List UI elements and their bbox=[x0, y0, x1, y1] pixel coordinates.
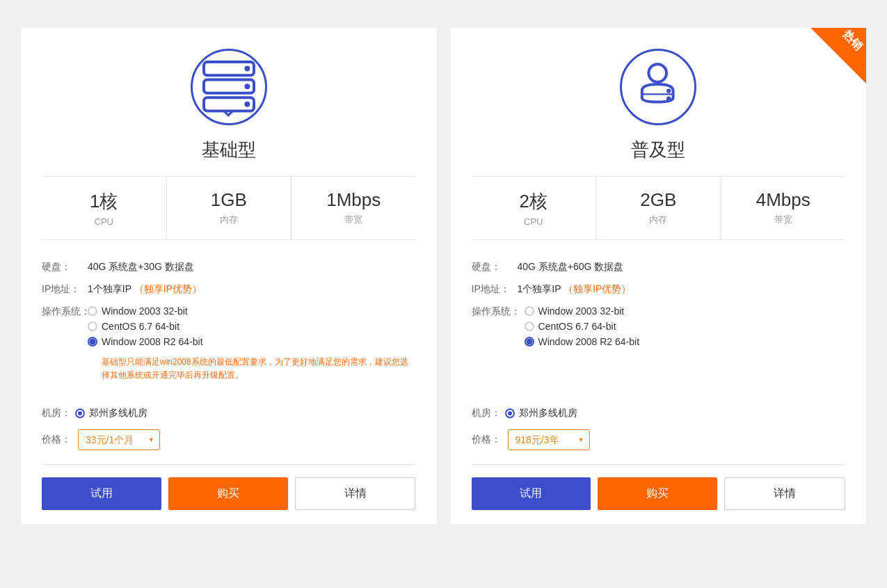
server-icon bbox=[193, 51, 265, 123]
spec-bw: 1Mbps 带宽 bbox=[291, 177, 416, 239]
price-row: 价格： 33元/1个月 99元/3个月 198元/6个月 360元/1年 bbox=[42, 429, 416, 450]
os-option-2-0-label: Window 2003 32-bit bbox=[538, 305, 625, 317]
radio-2-0 bbox=[525, 306, 534, 316]
spec-cpu-label: CPU bbox=[49, 216, 159, 227]
price-label: 价格： bbox=[42, 434, 71, 446]
card-basic-actions: 试用 购买 详情 bbox=[42, 464, 416, 510]
hot-badge-text: 热销 bbox=[839, 28, 865, 54]
card-basic-title: 基础型 bbox=[202, 138, 256, 162]
ip-row-2: IP地址： 1个独享IP （独享IP优势） bbox=[472, 283, 846, 296]
disk-label-2: 硬盘： bbox=[472, 261, 513, 273]
os-option-2[interactable]: Window 2008 R2 64-bit bbox=[88, 336, 416, 347]
radio-2-1 bbox=[525, 321, 534, 331]
card-basic: 基础型 1核 CPU 1GB 内存 1Mbps 带宽 硬盘： 40G 系统盘+3… bbox=[21, 28, 437, 524]
spec-ram-2: 2GB 内存 bbox=[596, 177, 721, 239]
spec-cpu-2: 2核 CPU bbox=[472, 177, 597, 239]
ip-row: IP地址： 1个独享IP （独享IP优势） bbox=[42, 283, 416, 296]
svg-point-4 bbox=[244, 84, 250, 89]
card-basic-icon bbox=[191, 49, 267, 125]
detail-button-2[interactable]: 详情 bbox=[724, 477, 845, 510]
spec-ram-label: 内存 bbox=[174, 214, 285, 226]
os-option-0-label: Window 2003 32-bit bbox=[102, 305, 188, 317]
ip-link-2[interactable]: （独享IP优势） bbox=[564, 283, 631, 294]
card-popular: 热销 普及型 2核 CPU 2GB bbox=[451, 28, 867, 524]
os-option-1[interactable]: CentOS 6.7 64-bit bbox=[88, 321, 416, 332]
card-popular-specs: 2核 CPU 2GB 内存 4Mbps 带宽 bbox=[472, 176, 846, 240]
card-basic-info: 硬盘： 40G 系统盘+30G 数据盘 IP地址： 1个独享IP （独享IP优势… bbox=[42, 254, 416, 407]
price-select-wrapper-2: 918元/3年 33元/1个月 99元/3个月 198元/6个月 bbox=[508, 429, 590, 450]
spec-bw-2-label: 带宽 bbox=[728, 214, 839, 226]
os-option-2-2[interactable]: Window 2008 R2 64-bit bbox=[525, 336, 640, 347]
os-label: 操作系统： bbox=[42, 305, 83, 318]
trial-button-2[interactable]: 试用 bbox=[472, 477, 591, 510]
price-select-2[interactable]: 918元/3年 33元/1个月 99元/3个月 198元/6个月 bbox=[508, 429, 590, 450]
card-popular-info: 硬盘： 40G 系统盘+60G 数据盘 IP地址： 1个独享IP （独享IP优势… bbox=[472, 254, 846, 407]
card-popular-actions: 试用 购买 详情 bbox=[472, 464, 846, 510]
buy-button[interactable]: 购买 bbox=[168, 477, 288, 510]
spec-bw-value: 1Mbps bbox=[298, 189, 409, 211]
datacenter-dot bbox=[75, 408, 85, 418]
datacenter-label: 机房： bbox=[42, 407, 71, 420]
os-option-1-label: CentOS 6.7 64-bit bbox=[102, 321, 179, 332]
spec-ram-value: 1GB bbox=[174, 189, 285, 211]
datacenter-dot-2 bbox=[505, 408, 515, 418]
datacenter-label-2: 机房： bbox=[472, 407, 501, 420]
ip-label-2: IP地址： bbox=[472, 283, 513, 296]
disk-row-2: 硬盘： 40G 系统盘+60G 数据盘 bbox=[472, 261, 846, 273]
spec-ram-2-value: 2GB bbox=[603, 189, 714, 211]
disk-label: 硬盘： bbox=[42, 261, 83, 273]
os-option-2-2-label: Window 2008 R2 64-bit bbox=[538, 336, 640, 347]
spec-bw-2-value: 4Mbps bbox=[728, 189, 839, 211]
svg-point-3 bbox=[244, 66, 250, 72]
datacenter-name: 郑州多线机房 bbox=[89, 407, 147, 420]
ip-value: 1个独享IP （独享IP优势） bbox=[88, 283, 202, 296]
datacenter-row: 机房： 郑州多线机房 bbox=[42, 407, 416, 420]
spec-bw-label: 带宽 bbox=[298, 214, 409, 226]
card-popular-title: 普及型 bbox=[631, 138, 685, 162]
spec-cpu-2-value: 2核 bbox=[479, 189, 589, 214]
price-select-wrapper: 33元/1个月 99元/3个月 198元/6个月 360元/1年 bbox=[78, 429, 160, 450]
svg-point-9 bbox=[666, 97, 671, 101]
disk-row: 硬盘： 40G 系统盘+30G 数据盘 bbox=[42, 261, 416, 273]
os-option-0[interactable]: Window 2003 32-bit bbox=[88, 305, 416, 317]
price-row-2: 价格： 918元/3年 33元/1个月 99元/3个月 198元/6个月 bbox=[472, 429, 846, 450]
spec-ram: 1GB 内存 bbox=[167, 177, 292, 239]
os-option-2-label: Window 2008 R2 64-bit bbox=[102, 336, 203, 347]
os-warning: 基础型只能满足win2008系统的最低配置要求，为了更好地满足您的需求，建议您选… bbox=[102, 356, 416, 382]
svg-point-6 bbox=[649, 64, 667, 82]
spec-cpu-2-label: CPU bbox=[479, 216, 589, 227]
ip-label: IP地址： bbox=[42, 283, 83, 296]
os-row: 操作系统： Window 2003 32-bit CentOS 6.7 64-b… bbox=[42, 305, 416, 382]
disk-value: 40G 系统盘+30G 数据盘 bbox=[88, 261, 194, 273]
radio-2-2 bbox=[525, 337, 534, 347]
hot-badge: 热销 bbox=[810, 28, 866, 84]
datacenter-name-2: 郑州多线机房 bbox=[519, 407, 577, 420]
os-option-2-1[interactable]: CentOS 6.7 64-bit bbox=[525, 321, 640, 332]
spec-cpu-value: 1核 bbox=[49, 189, 159, 214]
disk-value-2: 40G 系统盘+60G 数据盘 bbox=[518, 261, 624, 273]
card-basic-specs: 1核 CPU 1GB 内存 1Mbps 带宽 bbox=[42, 176, 416, 240]
user-server-icon bbox=[622, 51, 694, 123]
card-basic-header: 基础型 bbox=[42, 49, 416, 162]
os-option-2-1-label: CentOS 6.7 64-bit bbox=[538, 321, 616, 332]
os-options-2: Window 2003 32-bit CentOS 6.7 64-bit Win… bbox=[525, 305, 640, 347]
svg-point-5 bbox=[244, 102, 250, 107]
card-popular-icon bbox=[620, 49, 696, 125]
os-row-2: 操作系统： Window 2003 32-bit CentOS 6.7 64-b… bbox=[472, 305, 846, 347]
os-label-2: 操作系统： bbox=[472, 305, 520, 318]
radio-1 bbox=[88, 321, 97, 331]
spec-bw-2: 4Mbps 带宽 bbox=[721, 177, 846, 239]
os-option-2-0[interactable]: Window 2003 32-bit bbox=[525, 305, 640, 317]
svg-point-8 bbox=[666, 88, 671, 93]
detail-button[interactable]: 详情 bbox=[295, 477, 416, 510]
trial-button[interactable]: 试用 bbox=[42, 477, 161, 510]
product-cards-container: 基础型 1核 CPU 1GB 内存 1Mbps 带宽 硬盘： 40G 系统盘+3… bbox=[14, 28, 873, 524]
ip-value-2: 1个独享IP （独享IP优势） bbox=[518, 283, 632, 296]
datacenter-row-2: 机房： 郑州多线机房 bbox=[472, 407, 846, 420]
radio-2 bbox=[88, 337, 97, 347]
ip-link[interactable]: （独享IP优势） bbox=[134, 283, 202, 294]
os-options: Window 2003 32-bit CentOS 6.7 64-bit Win… bbox=[88, 305, 416, 382]
price-select[interactable]: 33元/1个月 99元/3个月 198元/6个月 360元/1年 bbox=[78, 429, 160, 450]
buy-button-2[interactable]: 购买 bbox=[598, 477, 717, 510]
card-popular-header: 普及型 bbox=[472, 49, 846, 162]
